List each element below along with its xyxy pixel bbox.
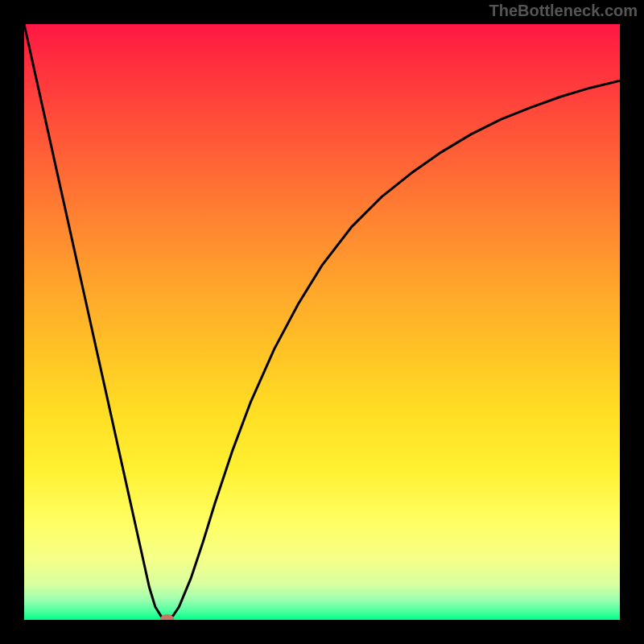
bottleneck-curve — [24, 24, 620, 620]
plot-area — [24, 24, 620, 620]
curve-layer — [24, 24, 620, 620]
attribution-text: TheBottleneck.com — [489, 2, 638, 20]
